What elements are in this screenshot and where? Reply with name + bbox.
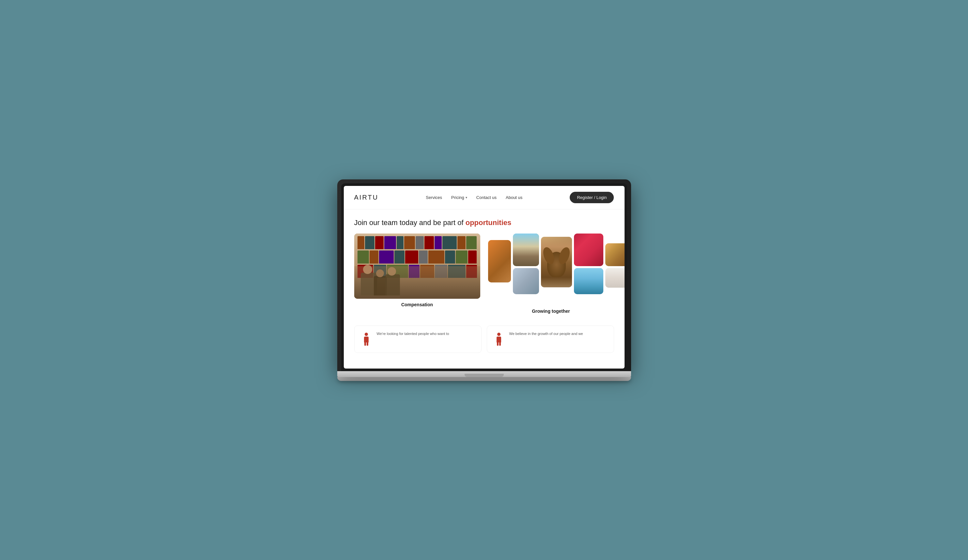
person-illustration [362, 333, 370, 346]
bottom-cards: We're looking for talented people who wa… [344, 320, 625, 358]
nav-pricing[interactable]: Pricing ▾ [451, 195, 467, 200]
growing-icon [492, 331, 506, 347]
compensation-label: Compensation [354, 302, 480, 307]
laptop-frame: AIRTU Services Pricing ▾ Contact us [337, 179, 631, 381]
nav-about[interactable]: About us [506, 195, 522, 200]
growing-label: Growing together [488, 309, 614, 314]
collage-photo-jump [605, 268, 625, 287]
compensation-section: Compensation [354, 233, 480, 314]
collage-photo-dog [541, 237, 572, 287]
browser-screen: AIRTU Services Pricing ▾ Contact us [344, 186, 625, 368]
laptop-base [337, 371, 631, 377]
collage-photo-2 [513, 233, 539, 266]
collage-photo-water [574, 268, 603, 294]
hero-section: Join our team today and be part of oppor… [344, 210, 625, 320]
laptop-body: AIRTU Services Pricing ▾ Contact us [337, 179, 631, 371]
person-illustration-2 [495, 333, 503, 346]
collage-photo-3 [513, 268, 539, 294]
main-nav: Services Pricing ▾ Contact us About us [426, 195, 522, 200]
laptop-stand [337, 377, 631, 381]
photo-collage [488, 233, 614, 305]
content-grid: Compensation [354, 233, 614, 314]
collage-photo-crowd [605, 243, 625, 266]
chevron-down-icon: ▾ [466, 196, 467, 199]
card-compensation-text: We're looking for talented people who wa… [377, 331, 449, 337]
site-logo: AIRTU [354, 194, 379, 201]
register-login-button[interactable]: Register / Login [570, 192, 614, 203]
site-header: AIRTU Services Pricing ▾ Contact us [344, 186, 625, 210]
compensation-image [354, 233, 480, 299]
hero-title: Join our team today and be part of oppor… [354, 218, 614, 227]
collage-photo-flowers [574, 233, 603, 266]
card-growing: We believe in the growth of our people a… [487, 325, 614, 353]
nav-services[interactable]: Services [426, 195, 442, 200]
bookshelf-scene [354, 233, 480, 299]
laptop-bezel: AIRTU Services Pricing ▾ Contact us [341, 183, 627, 371]
nav-contact[interactable]: Contact us [476, 195, 497, 200]
card-compensation: We're looking for talented people who wa… [354, 325, 482, 353]
collage-photo-1 [488, 240, 511, 282]
growing-section: Growing together [488, 233, 614, 314]
compensation-icon [360, 331, 373, 347]
card-growing-text: We believe in the growth of our people a… [509, 331, 583, 337]
